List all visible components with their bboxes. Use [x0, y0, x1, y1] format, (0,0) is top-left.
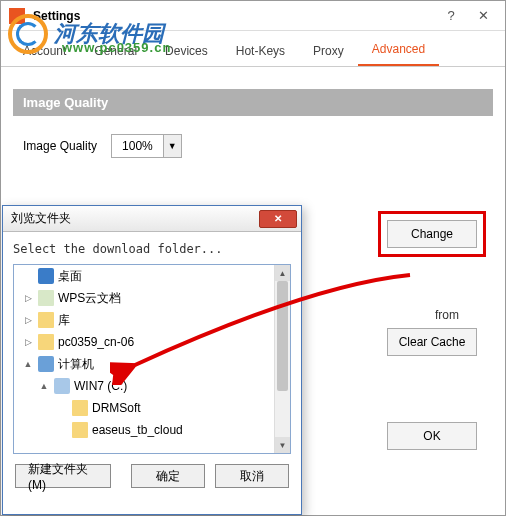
dialog-titlebar: 刘览文件夹 ✕: [3, 206, 301, 232]
titlebar: Settings ? ✕: [1, 1, 505, 31]
tree-item[interactable]: ▷pc0359_cn-06: [14, 331, 290, 353]
tree-twisty-icon[interactable]: ▷: [22, 315, 34, 325]
tree-item-label: DRMSoft: [92, 401, 141, 415]
tree-item[interactable]: ▷库: [14, 309, 290, 331]
tabs: Account General Devices Hot-Keys Proxy A…: [1, 31, 505, 67]
tree-item-label: easeus_tb_cloud: [92, 423, 183, 437]
tree-twisty-icon[interactable]: ▷: [22, 337, 34, 347]
tree-item-label: 库: [58, 312, 70, 329]
tree-scrollbar[interactable]: ▲ ▼: [274, 265, 290, 453]
app-icon: [9, 8, 25, 24]
folder-icon: [38, 334, 54, 350]
scroll-down-icon[interactable]: ▼: [275, 437, 290, 453]
tab-account[interactable]: Account: [9, 36, 80, 66]
chevron-down-icon: ▼: [163, 135, 181, 157]
doc-icon: [38, 290, 54, 306]
tab-hotkeys[interactable]: Hot-Keys: [222, 36, 299, 66]
folder-icon: [38, 312, 54, 328]
drive-icon: [54, 378, 70, 394]
close-button[interactable]: ✕: [467, 4, 499, 28]
tree-item[interactable]: ▲WIN7 (C:): [14, 375, 290, 397]
dialog-cancel-button[interactable]: 取消: [215, 464, 289, 488]
tree-item[interactable]: ▷WPS云文档: [14, 287, 290, 309]
tree-item-label: 计算机: [58, 356, 94, 373]
scroll-thumb[interactable]: [277, 281, 288, 391]
tree-twisty-icon[interactable]: ▷: [22, 293, 34, 303]
tree-item-label: pc0359_cn-06: [58, 335, 134, 349]
tree-item[interactable]: easeus_tb_cloud: [14, 419, 290, 441]
desktop-icon: [38, 268, 54, 284]
change-button[interactable]: Change: [387, 220, 477, 248]
folder-tree[interactable]: 桌面▷WPS云文档▷库▷pc0359_cn-06▲计算机▲WIN7 (C:)DR…: [13, 264, 291, 454]
dialog-message: Select the download folder...: [3, 232, 301, 264]
new-folder-button[interactable]: 新建文件夹(M): [15, 464, 111, 488]
image-quality-select[interactable]: 100% ▼: [111, 134, 182, 158]
tab-devices[interactable]: Devices: [151, 36, 222, 66]
dialog-ok-button[interactable]: 确定: [131, 464, 205, 488]
ok-button[interactable]: OK: [387, 422, 477, 450]
image-quality-value: 100%: [112, 139, 163, 153]
image-quality-row: Image Quality 100% ▼: [1, 116, 505, 176]
image-quality-header: Image Quality: [13, 89, 493, 116]
tab-proxy[interactable]: Proxy: [299, 36, 358, 66]
tree-item-label: WIN7 (C:): [74, 379, 127, 393]
dialog-close-button[interactable]: ✕: [259, 210, 297, 228]
computer-icon: [38, 356, 54, 372]
tab-general[interactable]: General: [80, 36, 151, 66]
dialog-title: 刘览文件夹: [11, 210, 259, 227]
dialog-buttons: 新建文件夹(M) 确定 取消: [3, 454, 301, 498]
folder-icon: [72, 400, 88, 416]
folder-icon: [72, 422, 88, 438]
help-button[interactable]: ?: [435, 4, 467, 28]
tree-item[interactable]: 桌面: [14, 265, 290, 287]
window-title: Settings: [33, 9, 435, 23]
clear-cache-button[interactable]: Clear Cache: [387, 328, 477, 356]
tree-item[interactable]: DRMSoft: [14, 397, 290, 419]
tree-twisty-icon[interactable]: ▲: [38, 381, 50, 391]
tree-item-label: 桌面: [58, 268, 82, 285]
browse-folder-dialog: 刘览文件夹 ✕ Select the download folder... 桌面…: [2, 205, 302, 515]
tree-item[interactable]: ▲计算机: [14, 353, 290, 375]
image-quality-label: Image Quality: [23, 139, 97, 153]
tree-twisty-icon[interactable]: ▲: [22, 359, 34, 369]
tree-item-label: WPS云文档: [58, 290, 121, 307]
tab-advanced[interactable]: Advanced: [358, 34, 439, 66]
scroll-up-icon[interactable]: ▲: [275, 265, 290, 281]
